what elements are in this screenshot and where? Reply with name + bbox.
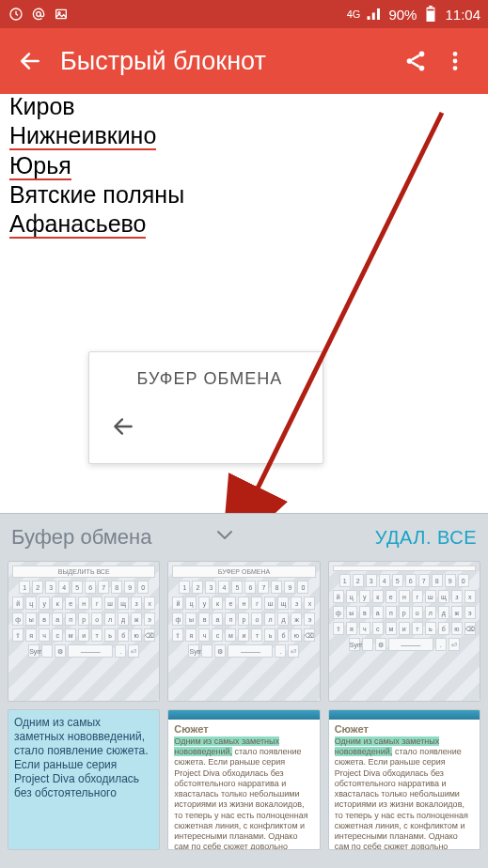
back-button[interactable] (13, 44, 47, 78)
image-icon (53, 6, 70, 23)
clipboard-popup-title: БУФЕР ОБМЕНА (106, 369, 313, 389)
note-line: Афанасьево (9, 209, 479, 239)
at-icon (30, 6, 47, 23)
svg-point-7 (419, 52, 425, 57)
status-bar: 4G 90% 11:04 (0, 0, 488, 28)
note-line: Киров (9, 94, 479, 121)
note-line: Вятские поляны (9, 180, 479, 209)
clock-icon (8, 6, 24, 23)
battery-icon (422, 6, 439, 23)
svg-rect-6 (428, 9, 434, 11)
clipboard-item[interactable]: СюжетОдним из самых заметных нововведени… (328, 709, 480, 850)
svg-point-9 (419, 66, 425, 71)
clipboard-item[interactable]: Одним из самых заметных нововведений, ст… (8, 709, 160, 850)
clipboard-item[interactable]: ВЫДЕЛИТЬ ВСЕ1234567890йцукенгшщзхфывапро… (8, 561, 160, 702)
clipboard-popup: БУФЕР ОБМЕНА (88, 351, 323, 464)
app-bar: Быстрый блокнот (0, 28, 488, 94)
svg-point-12 (453, 66, 458, 70)
clipboard-popup-back-button[interactable] (106, 410, 140, 443)
share-button[interactable] (396, 41, 435, 81)
note-line: Юрья (9, 151, 479, 180)
clipboard-collapse-button[interactable] (209, 523, 241, 551)
svg-point-8 (407, 58, 413, 64)
svg-point-10 (453, 52, 458, 56)
clipboard-item[interactable]: 1234567890йцукенгшщзхфывапролджэ⇧ячсмить… (328, 561, 480, 702)
clipboard-panel-title: Буфер обмена (11, 525, 152, 550)
overflow-button[interactable] (435, 41, 475, 81)
note-line: Нижнеивкино (9, 121, 479, 150)
clipboard-grid: ВЫДЕЛИТЬ ВСЕ1234567890йцукенгшщзхфывапро… (0, 561, 488, 850)
battery-percent: 90% (388, 7, 417, 23)
svg-point-1 (37, 12, 41, 17)
svg-rect-5 (430, 6, 433, 8)
note-editor[interactable]: КировНижнеивкиноЮрьяВятские поляныАфанас… (0, 94, 488, 348)
clipboard-panel: Буфер обмена УДАЛ. ВСЕ ВЫДЕЛИТЬ ВСЕ12345… (0, 513, 488, 868)
clock-time: 11:04 (445, 7, 480, 23)
app-title: Быстрый блокнот (60, 47, 396, 76)
svg-point-11 (453, 59, 458, 64)
clipboard-item[interactable]: БУФЕР ОБМЕНА1234567890йцукенгшщзхфывапро… (167, 561, 320, 702)
clipboard-clear-button[interactable]: УДАЛ. ВСЕ (375, 527, 477, 549)
svg-rect-2 (56, 9, 67, 18)
clipboard-item[interactable]: СюжетОдним из самых заметных нововведени… (167, 709, 320, 850)
network-label: 4G (347, 9, 361, 19)
signal-icon (366, 6, 383, 23)
